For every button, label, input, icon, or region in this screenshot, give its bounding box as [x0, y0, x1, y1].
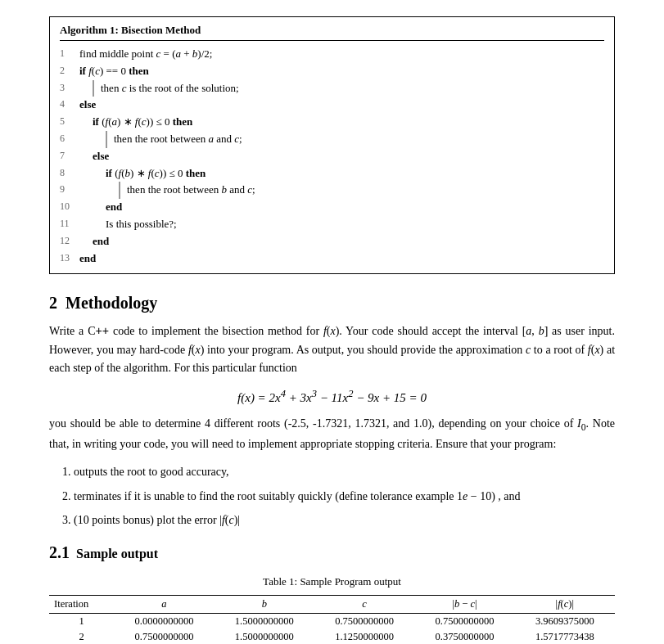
line-num-9: 9 [60, 182, 79, 199]
section2-para1: Write a C++ code to implement the bisect… [49, 322, 615, 377]
algo-line-12: 12 end [60, 233, 604, 250]
cell-bmc: 0.3750000000 [414, 629, 514, 644]
line-num-5: 5 [60, 114, 79, 131]
algorithm-box: Algorithm 1: Bisection Method 1 find mid… [49, 16, 615, 274]
section21-num: 2.1 [49, 543, 70, 562]
col-header-a: a [114, 595, 214, 613]
line-num-4: 4 [60, 97, 79, 114]
formula-display: f(x) = 2x4 + 3x3 − 11x2 − 9x + 15 = 0 [49, 388, 615, 405]
cell-a: 0.0000000000 [114, 613, 214, 629]
section2-num: 2 [49, 294, 57, 313]
line-num-1: 1 [60, 46, 79, 63]
list-item-1: outputs the root to good accuracy, [74, 462, 615, 482]
line-num-13: 13 [60, 250, 79, 268]
algo-line-3: 3 then c is the root of the solution; [60, 80, 604, 97]
col-header-c: c [314, 595, 414, 613]
line-num-7: 7 [60, 148, 79, 165]
line-num-11: 11 [60, 216, 79, 233]
line-content-1: find middle point c = (a + b)/2; [79, 46, 604, 63]
col-header-bmc: |b − c| [414, 595, 514, 613]
algo-line-11: 11 Is this possible?; [60, 216, 604, 233]
section21-title: Sample output [76, 547, 158, 561]
col-header-iteration: Iteration [49, 595, 114, 613]
cell-b: 1.5000000000 [215, 629, 314, 644]
sample-output-table: Iteration a b c |b − c| |f(c)| 1 0.00000… [49, 595, 615, 644]
cell-bmc: 0.7500000000 [414, 613, 514, 629]
col-header-b: b [215, 595, 314, 613]
section2-heading: 2 Methodology [49, 294, 615, 313]
algo-line-7: 7 else [60, 148, 604, 165]
section2-title: Methodology [65, 294, 157, 313]
line-content-13: end [79, 250, 604, 268]
list-item-2: terminates if it is unable to find the r… [74, 486, 615, 507]
algo-line-6: 6 then the root between a and c; [60, 131, 604, 148]
line-content-7: else [79, 148, 604, 165]
table-row: 2 0.7500000000 1.5000000000 1.1250000000… [49, 629, 615, 644]
line-content-4: else [79, 97, 604, 114]
line-num-6: 6 [60, 131, 79, 148]
table-title: Table 1: Sample Program output [49, 575, 615, 588]
cell-c: 1.1250000000 [314, 629, 414, 644]
line-content-11: Is this possible?; [79, 216, 604, 233]
line-content-3: then c is the root of the solution; [79, 80, 604, 97]
algo-line-2: 2 if f(c) == 0 then [60, 63, 604, 80]
cell-b: 1.5000000000 [215, 613, 314, 629]
line-content-10: end [79, 199, 604, 216]
algo-line-4: 4 else [60, 97, 604, 114]
line-num-8: 8 [60, 165, 79, 182]
line-content-2: if f(c) == 0 then [79, 63, 604, 80]
algorithm-title: Algorithm 1: Bisection Method [60, 24, 604, 41]
line-num-2: 2 [60, 63, 79, 80]
cell-fc: 1.5717773438 [515, 629, 615, 644]
algo-line-8: 8 if (f(b) ∗ f(c)) ≤ 0 then [60, 165, 604, 182]
section21-heading: 2.1 Sample output [49, 543, 615, 562]
list-item-3: (10 points bonus) plot the error |f(c)| [74, 510, 615, 530]
algo-line-1: 1 find middle point c = (a + b)/2; [60, 46, 604, 63]
requirements-list: outputs the root to good accuracy, termi… [74, 462, 615, 530]
line-num-12: 12 [60, 233, 79, 250]
line-content-5: if (f(a) ∗ f(c)) ≤ 0 then [79, 114, 604, 131]
line-content-12: end [79, 233, 604, 250]
cell-fc: 3.9609375000 [515, 613, 615, 629]
line-num-10: 10 [60, 199, 79, 216]
cell-iter: 1 [49, 613, 114, 629]
line-num-3: 3 [60, 80, 79, 97]
line-content-9: then the root between b and c; [79, 182, 604, 199]
line-content-6: then the root between a and c; [79, 131, 604, 148]
col-header-fc: |f(c)| [515, 595, 615, 613]
table-container: Table 1: Sample Program output Iteration… [49, 575, 615, 644]
section2-para2: you should be able to determine 4 differ… [49, 415, 615, 454]
algo-line-10: 10 end [60, 199, 604, 216]
cell-iter: 2 [49, 629, 114, 644]
table-row: 1 0.0000000000 1.5000000000 0.7500000000… [49, 613, 615, 629]
algo-line-9: 9 then the root between b and c; [60, 182, 604, 199]
cell-c: 0.7500000000 [314, 613, 414, 629]
cell-a: 0.7500000000 [114, 629, 214, 644]
line-content-8: if (f(b) ∗ f(c)) ≤ 0 then [79, 165, 604, 182]
algo-line-13: 13 end [60, 250, 604, 268]
algo-line-5: 5 if (f(a) ∗ f(c)) ≤ 0 then [60, 114, 604, 131]
